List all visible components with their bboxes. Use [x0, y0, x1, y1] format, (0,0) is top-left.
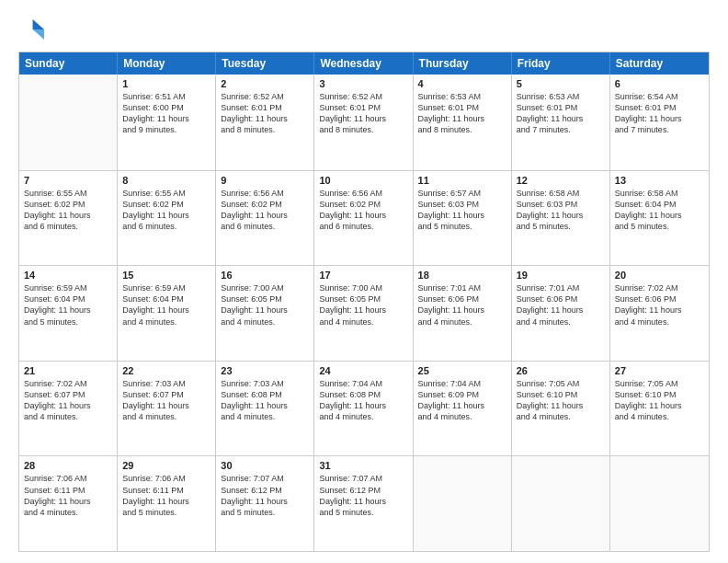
calendar-cell: 8Sunrise: 6:55 AM Sunset: 6:02 PM Daylig… — [118, 171, 216, 266]
day-number: 10 — [319, 175, 407, 186]
calendar-cell: 25Sunrise: 7:04 AM Sunset: 6:09 PM Dayli… — [414, 362, 512, 456]
calendar-cell: 14Sunrise: 6:59 AM Sunset: 6:04 PM Dayli… — [19, 266, 118, 361]
calendar-cell: 18Sunrise: 7:01 AM Sunset: 6:06 PM Dayli… — [414, 266, 512, 361]
page: SundayMondayTuesdayWednesdayThursdayFrid… — [0, 0, 728, 563]
day-number: 1 — [122, 78, 210, 89]
calendar-row: 28Sunrise: 7:06 AM Sunset: 6:11 PM Dayli… — [19, 455, 709, 551]
calendar-row: 14Sunrise: 6:59 AM Sunset: 6:04 PM Dayli… — [19, 265, 709, 361]
day-number: 19 — [517, 270, 605, 281]
day-info: Sunrise: 7:07 AM Sunset: 6:12 PM Dayligh… — [221, 473, 309, 518]
cal-header-day: Thursday — [414, 52, 512, 75]
calendar-cell: 13Sunrise: 6:58 AM Sunset: 6:04 PM Dayli… — [610, 171, 709, 266]
day-number: 6 — [615, 78, 704, 89]
day-info: Sunrise: 7:01 AM Sunset: 6:06 PM Dayligh… — [418, 282, 506, 327]
calendar-cell: 2Sunrise: 6:52 AM Sunset: 6:01 PM Daylig… — [216, 75, 314, 170]
svg-marker-1 — [33, 29, 44, 40]
day-info: Sunrise: 6:54 AM Sunset: 6:01 PM Dayligh… — [615, 91, 704, 136]
day-info: Sunrise: 7:03 AM Sunset: 6:08 PM Dayligh… — [221, 378, 309, 423]
day-info: Sunrise: 6:52 AM Sunset: 6:01 PM Dayligh… — [319, 91, 407, 136]
calendar-cell — [414, 456, 512, 551]
calendar-cell — [610, 456, 709, 551]
calendar-cell: 27Sunrise: 7:05 AM Sunset: 6:10 PM Dayli… — [610, 362, 709, 456]
cal-header-day: Friday — [512, 52, 610, 75]
day-info: Sunrise: 7:03 AM Sunset: 6:07 PM Dayligh… — [122, 378, 210, 423]
calendar-cell: 31Sunrise: 7:07 AM Sunset: 6:12 PM Dayli… — [314, 456, 413, 551]
day-number: 27 — [615, 365, 704, 376]
calendar-cell: 12Sunrise: 6:58 AM Sunset: 6:03 PM Dayli… — [512, 171, 610, 266]
day-number: 7 — [24, 175, 112, 186]
calendar-cell — [512, 456, 610, 551]
svg-marker-0 — [33, 19, 44, 29]
calendar-cell — [19, 75, 118, 170]
calendar-cell: 20Sunrise: 7:02 AM Sunset: 6:06 PM Dayli… — [610, 266, 709, 361]
day-info: Sunrise: 6:57 AM Sunset: 6:03 PM Dayligh… — [418, 188, 506, 233]
cal-header-day: Saturday — [610, 52, 709, 75]
day-info: Sunrise: 6:59 AM Sunset: 6:04 PM Dayligh… — [122, 282, 210, 327]
day-number: 30 — [221, 460, 309, 471]
calendar-cell: 17Sunrise: 7:00 AM Sunset: 6:05 PM Dayli… — [314, 266, 413, 361]
day-info: Sunrise: 7:00 AM Sunset: 6:05 PM Dayligh… — [221, 282, 309, 327]
calendar-cell: 3Sunrise: 6:52 AM Sunset: 6:01 PM Daylig… — [314, 75, 413, 170]
calendar-cell: 19Sunrise: 7:01 AM Sunset: 6:06 PM Dayli… — [512, 266, 610, 361]
day-number: 22 — [122, 365, 210, 376]
day-number: 9 — [221, 175, 309, 186]
day-number: 20 — [615, 270, 704, 281]
calendar-cell: 21Sunrise: 7:02 AM Sunset: 6:07 PM Dayli… — [19, 362, 118, 456]
day-info: Sunrise: 7:05 AM Sunset: 6:10 PM Dayligh… — [615, 378, 704, 423]
calendar-cell: 28Sunrise: 7:06 AM Sunset: 6:11 PM Dayli… — [19, 456, 118, 551]
calendar: SundayMondayTuesdayWednesdayThursdayFrid… — [18, 52, 710, 552]
day-info: Sunrise: 6:51 AM Sunset: 6:00 PM Dayligh… — [122, 91, 210, 136]
day-number: 25 — [418, 365, 506, 376]
day-info: Sunrise: 6:56 AM Sunset: 6:02 PM Dayligh… — [319, 188, 407, 233]
day-info: Sunrise: 7:02 AM Sunset: 6:07 PM Dayligh… — [24, 378, 112, 423]
day-number: 15 — [122, 270, 210, 281]
day-number: 16 — [221, 270, 309, 281]
day-number: 5 — [517, 78, 605, 89]
logo — [18, 17, 48, 42]
cal-header-day: Monday — [118, 52, 216, 75]
day-info: Sunrise: 6:53 AM Sunset: 6:01 PM Dayligh… — [517, 91, 605, 136]
header — [18, 17, 710, 42]
day-info: Sunrise: 7:04 AM Sunset: 6:08 PM Dayligh… — [319, 378, 407, 423]
calendar-cell: 16Sunrise: 7:00 AM Sunset: 6:05 PM Dayli… — [216, 266, 314, 361]
day-number: 31 — [319, 460, 407, 471]
day-number: 4 — [418, 78, 506, 89]
calendar-cell: 10Sunrise: 6:56 AM Sunset: 6:02 PM Dayli… — [314, 171, 413, 266]
day-info: Sunrise: 6:52 AM Sunset: 6:01 PM Dayligh… — [221, 91, 309, 136]
calendar-cell: 5Sunrise: 6:53 AM Sunset: 6:01 PM Daylig… — [512, 75, 610, 170]
calendar-cell: 23Sunrise: 7:03 AM Sunset: 6:08 PM Dayli… — [216, 362, 314, 456]
calendar-cell: 6Sunrise: 6:54 AM Sunset: 6:01 PM Daylig… — [610, 75, 709, 170]
day-number: 23 — [221, 365, 309, 376]
calendar-cell: 1Sunrise: 6:51 AM Sunset: 6:00 PM Daylig… — [118, 75, 216, 170]
calendar-cell: 4Sunrise: 6:53 AM Sunset: 6:01 PM Daylig… — [414, 75, 512, 170]
day-info: Sunrise: 6:55 AM Sunset: 6:02 PM Dayligh… — [24, 188, 112, 233]
day-number: 11 — [418, 175, 506, 186]
day-number: 13 — [615, 175, 704, 186]
logo-icon — [18, 17, 44, 42]
cal-header-day: Wednesday — [314, 52, 413, 75]
cal-header-day: Tuesday — [216, 52, 314, 75]
day-info: Sunrise: 6:56 AM Sunset: 6:02 PM Dayligh… — [221, 188, 309, 233]
calendar-cell: 7Sunrise: 6:55 AM Sunset: 6:02 PM Daylig… — [19, 171, 118, 266]
calendar-cell: 22Sunrise: 7:03 AM Sunset: 6:07 PM Dayli… — [118, 362, 216, 456]
day-number: 14 — [24, 270, 112, 281]
day-number: 8 — [122, 175, 210, 186]
day-info: Sunrise: 6:55 AM Sunset: 6:02 PM Dayligh… — [122, 188, 210, 233]
day-info: Sunrise: 7:00 AM Sunset: 6:05 PM Dayligh… — [319, 282, 407, 327]
day-number: 17 — [319, 270, 407, 281]
calendar-cell: 30Sunrise: 7:07 AM Sunset: 6:12 PM Dayli… — [216, 456, 314, 551]
day-number: 18 — [418, 270, 506, 281]
calendar-cell: 29Sunrise: 7:06 AM Sunset: 6:11 PM Dayli… — [118, 456, 216, 551]
calendar-row: 1Sunrise: 6:51 AM Sunset: 6:00 PM Daylig… — [19, 75, 709, 170]
day-number: 3 — [319, 78, 407, 89]
day-info: Sunrise: 6:58 AM Sunset: 6:03 PM Dayligh… — [517, 188, 605, 233]
day-number: 26 — [517, 365, 605, 376]
day-number: 2 — [221, 78, 309, 89]
day-number: 24 — [319, 365, 407, 376]
calendar-cell: 26Sunrise: 7:05 AM Sunset: 6:10 PM Dayli… — [512, 362, 610, 456]
calendar-row: 21Sunrise: 7:02 AM Sunset: 6:07 PM Dayli… — [19, 361, 709, 456]
calendar-header: SundayMondayTuesdayWednesdayThursdayFrid… — [19, 52, 709, 75]
calendar-cell: 11Sunrise: 6:57 AM Sunset: 6:03 PM Dayli… — [414, 171, 512, 266]
day-info: Sunrise: 6:53 AM Sunset: 6:01 PM Dayligh… — [418, 91, 506, 136]
day-number: 12 — [517, 175, 605, 186]
